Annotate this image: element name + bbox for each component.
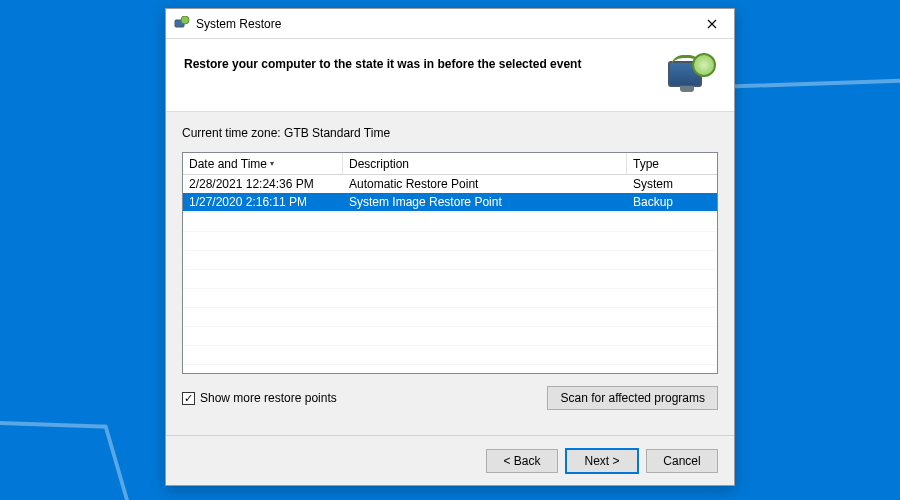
show-more-label: Show more restore points — [200, 391, 337, 405]
cell-description: Automatic Restore Point — [343, 176, 627, 192]
show-more-checkbox[interactable]: ✓ Show more restore points — [182, 391, 337, 405]
content-area: Current time zone: GTB Standard Time Dat… — [166, 112, 734, 435]
column-header-date-label: Date and Time — [189, 157, 267, 171]
column-header-description[interactable]: Description — [343, 153, 627, 174]
column-header-description-label: Description — [349, 157, 409, 171]
column-header-type-label: Type — [633, 157, 659, 171]
column-header-type[interactable]: Type — [627, 153, 717, 174]
restore-illustration-icon — [666, 53, 716, 97]
cell-date: 2/28/2021 12:24:36 PM — [183, 176, 343, 192]
window-title: System Restore — [196, 17, 689, 31]
table-header: Date and Time ▾ Description Type — [183, 153, 717, 175]
cell-date: 1/27/2020 2:16:11 PM — [183, 194, 343, 210]
banner-heading: Restore your computer to the state it wa… — [184, 53, 666, 71]
table-row[interactable]: 2/28/2021 12:24:36 PM Automatic Restore … — [183, 175, 717, 193]
dialog-footer: < Back Next > Cancel — [166, 435, 734, 485]
close-icon — [707, 19, 717, 29]
titlebar: System Restore — [166, 9, 734, 39]
system-restore-dialog: System Restore Restore your computer to … — [165, 8, 735, 486]
restore-points-table: Date and Time ▾ Description Type 2/28/20… — [182, 152, 718, 374]
timezone-label: Current time zone: GTB Standard Time — [182, 126, 718, 140]
column-header-date[interactable]: Date and Time ▾ — [183, 153, 343, 174]
svg-point-1 — [181, 16, 189, 24]
close-button[interactable] — [689, 9, 734, 39]
next-button[interactable]: Next > — [566, 449, 638, 473]
table-body: 2/28/2021 12:24:36 PM Automatic Restore … — [183, 175, 717, 373]
cell-type: Backup — [627, 194, 717, 210]
system-restore-icon — [174, 16, 190, 32]
cell-type: System — [627, 176, 717, 192]
options-row: ✓ Show more restore points Scan for affe… — [182, 386, 718, 410]
banner: Restore your computer to the state it wa… — [166, 39, 734, 112]
cancel-button[interactable]: Cancel — [646, 449, 718, 473]
table-row[interactable]: 1/27/2020 2:16:11 PM System Image Restor… — [183, 193, 717, 211]
back-button[interactable]: < Back — [486, 449, 558, 473]
checkbox-icon: ✓ — [182, 392, 195, 405]
sort-descending-icon: ▾ — [270, 159, 274, 168]
scan-affected-button[interactable]: Scan for affected programs — [547, 386, 718, 410]
cell-description: System Image Restore Point — [343, 194, 627, 210]
